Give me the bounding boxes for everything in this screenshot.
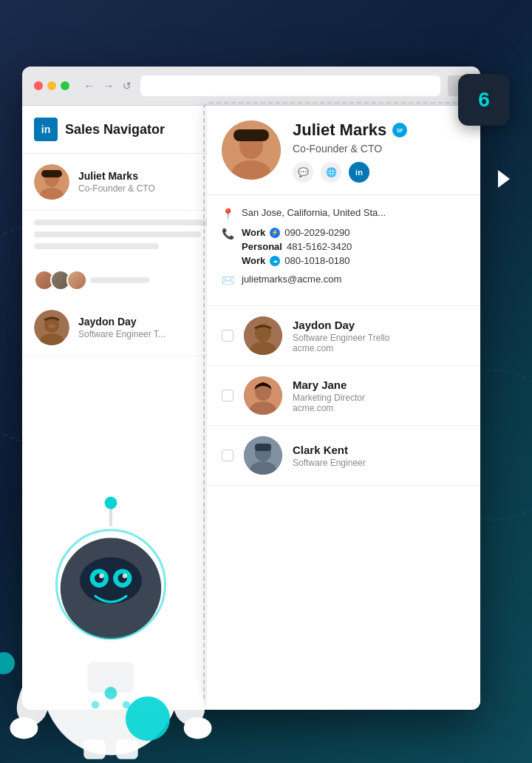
- close-dot[interactable]: [34, 81, 43, 90]
- detail-name-section: Juliet Marks SF Co-Founder & CTO 💬 🌐 in: [293, 121, 407, 183]
- extension-symbol: 6: [478, 88, 490, 112]
- browser-content: in Sales Navigator Juliet Marks Co-Found: [22, 106, 480, 710]
- skeleton-bar: [34, 231, 201, 237]
- detail-top: Juliet Marks SF Co-Founder & CTO 💬 🌐 in: [222, 121, 480, 183]
- svg-rect-3: [41, 170, 62, 177]
- list-contact-title-jaydon: Software Engineer Trello: [293, 333, 480, 343]
- detail-panel: Juliet Marks SF Co-Founder & CTO 💬 🌐 in: [207, 106, 480, 710]
- salesforce-badge: SF: [392, 123, 407, 138]
- phone-label-work2: Work: [242, 255, 265, 266]
- list-contact-title-mary: Marketing Director: [293, 393, 480, 403]
- list-avatar-clark: [244, 436, 282, 475]
- maximize-dot[interactable]: [61, 81, 69, 90]
- svg-rect-40: [116, 740, 137, 759]
- phone-rows: Work ⚡ 090-2029-0290 Personal 481-5162-3…: [242, 227, 352, 266]
- avatar-jaydon: [34, 310, 69, 345]
- detail-header: Juliet Marks SF Co-Founder & CTO 💬 🌐 in: [207, 106, 480, 195]
- checkbox-jaydon[interactable]: [222, 330, 233, 342]
- window-controls: [34, 81, 69, 90]
- phone-number-work2: 080-1018-0180: [284, 255, 349, 266]
- list-contact-company-jaydon: acme.com: [293, 343, 480, 353]
- svg-point-24: [184, 717, 212, 739]
- phone-label-work1: Work: [242, 227, 265, 238]
- linkedin-icon: in: [34, 118, 58, 141]
- list-avatar-jaydon: [244, 316, 282, 355]
- phone-number-personal: 481-5162-3420: [287, 241, 352, 252]
- list-contact-info-jaydon: Jaydon Day Software Engineer Trello acme…: [293, 319, 480, 353]
- phone-badge-blue: ⚡: [270, 228, 280, 238]
- sales-nav-title: Sales Navigator: [65, 122, 165, 138]
- skeleton-bar: [34, 220, 232, 225]
- list-contact-name-jaydon: Jaydon Day: [293, 319, 480, 331]
- list-contact-info-mary: Mary Jane Marketing Director acme.com: [293, 379, 480, 413]
- phone-number-work1: 090-2029-0290: [284, 227, 349, 238]
- extension-icon[interactable]: 6: [458, 74, 510, 126]
- detail-name: Juliet Marks: [293, 121, 386, 140]
- detail-icons: 💬 🌐 in: [293, 162, 407, 183]
- checkbox-mary[interactable]: [222, 390, 233, 401]
- checkbox-clark[interactable]: [222, 450, 233, 461]
- detail-name-row: Juliet Marks SF: [293, 121, 407, 140]
- list-contact-company-mary: acme.com: [293, 403, 480, 413]
- list-contact-name-clark: Clark Kent: [293, 444, 480, 456]
- phone-personal: Personal 481-5162-3420: [242, 241, 352, 252]
- browser-nav: ← → ↺: [83, 78, 133, 93]
- email-row: ✉️ julietmarks@acme.com: [222, 274, 480, 286]
- list-item-jaydon[interactable]: Jaydon Day Software Engineer Trello acme…: [207, 306, 480, 366]
- list-item-mary[interactable]: Mary Jane Marketing Director acme.com: [207, 366, 480, 426]
- email-text: julietmarks@acme.com: [242, 274, 341, 285]
- list-contact-title-clark: Software Engineer: [293, 458, 480, 468]
- contacts-list: Jaydon Day Software Engineer Trello acme…: [207, 306, 480, 486]
- svg-point-7: [48, 324, 55, 328]
- teal-circle-small: [0, 652, 15, 674]
- email-icon: ✉️: [222, 274, 234, 286]
- list-contact-name-mary: Mary Jane: [293, 379, 480, 391]
- globe-icon[interactable]: 🌐: [321, 162, 341, 183]
- forward-button[interactable]: →: [102, 78, 115, 93]
- refresh-button[interactable]: ↺: [121, 78, 133, 93]
- detail-avatar-juliet: [222, 121, 281, 180]
- phone-section: 📞 Work ⚡ 090-2029-0290 Personal 481-5162…: [222, 227, 480, 266]
- location-icon: 📍: [222, 208, 234, 220]
- list-avatar-mary: [244, 376, 282, 415]
- sf-label: SF: [397, 128, 403, 133]
- minimize-dot[interactable]: [47, 81, 56, 90]
- list-contact-info-clark: Clark Kent Software Engineer: [293, 444, 480, 468]
- browser-window: ← → ↺ in Sales Navigator: [22, 67, 480, 710]
- linkedin-profile-icon[interactable]: in: [349, 162, 369, 183]
- detail-subtitle: Co-Founder & CTO: [293, 143, 407, 155]
- svg-point-23: [10, 717, 38, 739]
- svg-rect-21: [255, 444, 271, 451]
- phone-work-1: Work ⚡ 090-2029-0290: [242, 227, 352, 238]
- phone-badge-sf: ☁: [270, 256, 280, 266]
- back-button[interactable]: ←: [83, 78, 96, 93]
- detail-location-section: 📍 San Jose, California, United Sta... 📞 …: [207, 195, 480, 306]
- phone-work-2: Work ☁ 080-1018-0180: [242, 255, 352, 266]
- mini-avatar-3: [66, 270, 87, 291]
- avatar-juliet: [34, 164, 69, 200]
- phone-label-personal: Personal: [242, 241, 282, 252]
- location-text: San Jose, California, United Sta...: [242, 207, 386, 218]
- browser-toolbar: ← → ↺: [22, 67, 480, 106]
- location-row: 📍 San Jose, California, United Sta...: [222, 207, 480, 220]
- popup-arrow: [498, 170, 510, 188]
- address-bar[interactable]: [140, 75, 440, 96]
- list-item-clark[interactable]: Clark Kent Software Engineer: [207, 426, 480, 486]
- skeleton-bar: [34, 243, 159, 249]
- phone-icon: 📞: [222, 228, 234, 240]
- svg-rect-39: [83, 740, 105, 759]
- message-icon[interactable]: 💬: [293, 162, 313, 183]
- svg-rect-11: [233, 129, 269, 141]
- linkedin-label: in: [41, 123, 50, 135]
- skeleton-bar-inline: [90, 277, 149, 283]
